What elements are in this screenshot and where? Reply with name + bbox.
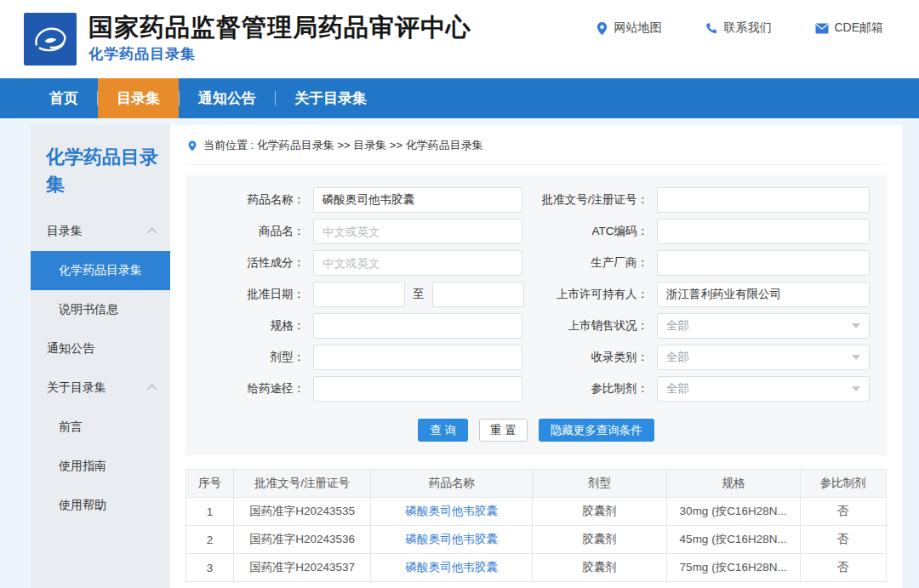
sidebar-item-label: 使用帮助 bbox=[59, 498, 106, 513]
cell-index: 2 bbox=[186, 526, 234, 554]
drug-name-link[interactable]: 磷酸奥司他韦胶囊 bbox=[371, 526, 533, 554]
sidebar-item-help[interactable]: 使用帮助 bbox=[31, 486, 170, 525]
results-table: 序号 批准文号/注册证号 药品名称 剂型 规格 参比制剂 1 国药准字H2024… bbox=[186, 469, 887, 582]
main-content: 当前位置 : 化学药品目录集 >> 目录集 >> 化学药品目录集 药品名称： 商… bbox=[170, 125, 902, 588]
cell-approval-number: 国药准字H20243535 bbox=[233, 498, 370, 526]
sidebar-title: 化学药品目录集 bbox=[31, 144, 170, 212]
sidebar-item-label: 通知公告 bbox=[47, 341, 94, 357]
reference-preparation-select[interactable]: 全部 bbox=[657, 376, 870, 402]
col-header-approval-number: 批准文号/注册证号 bbox=[233, 470, 370, 498]
sidebar-item-label: 使用指南 bbox=[59, 459, 106, 474]
cell-dosage-form: 胶囊剂 bbox=[533, 498, 666, 526]
chevron-down-icon bbox=[852, 355, 860, 360]
breadcrumb: 当前位置 : 化学药品目录集 >> 目录集 >> 化学药品目录集 bbox=[186, 125, 887, 165]
cell-index: 1 bbox=[186, 498, 234, 526]
chevron-down-icon bbox=[852, 323, 860, 328]
mah-label: 上市许可持有人： bbox=[536, 287, 657, 302]
sidebar: 化学药品目录集 目录集 化学药品目录集 说明书信息 通知公告 关于目录集 前言 … bbox=[31, 125, 170, 588]
site-title: 国家药品监督管理局药品审评中心 bbox=[88, 14, 471, 42]
market-status-selected-value: 全部 bbox=[666, 318, 689, 334]
header-utility-links: 网站地图 联系我们 CDE邮箱 bbox=[596, 20, 883, 36]
sidebar-item-notices[interactable]: 通知公告 bbox=[31, 329, 170, 368]
search-form-buttons: 查 询 重 置 隐藏更多查询条件 bbox=[186, 419, 887, 442]
sidebar-item-label: 化学药品目录集 bbox=[59, 263, 142, 278]
specification-input[interactable] bbox=[313, 313, 522, 339]
reference-preparation-label: 参比制剂： bbox=[536, 381, 657, 397]
manufacturer-input[interactable] bbox=[657, 250, 870, 276]
sidebar-item-about-catalog[interactable]: 关于目录集 bbox=[31, 368, 170, 408]
chevron-up-icon bbox=[147, 385, 157, 394]
specification-label: 规格： bbox=[186, 318, 313, 334]
cell-specification: 75mg (按C16H28N... bbox=[666, 554, 800, 582]
reset-button[interactable]: 重 置 bbox=[479, 419, 528, 442]
sidebar-item-catalog[interactable]: 目录集 bbox=[31, 212, 170, 251]
sitemap-link[interactable]: 网站地图 bbox=[596, 20, 661, 36]
table-row: 1 国药准字H20243535 磷酸奥司他韦胶囊 胶囊剂 30mg (按C16H… bbox=[186, 498, 887, 526]
cell-reference-preparation: 否 bbox=[800, 554, 886, 582]
atc-code-input[interactable] bbox=[657, 219, 870, 244]
market-status-label: 上市销售状况： bbox=[536, 318, 657, 334]
main-nav: 首页 目录集 通知公告 关于目录集 bbox=[0, 78, 919, 118]
inclusion-category-select[interactable]: 全部 bbox=[657, 345, 870, 370]
search-form-left-column: 药品名称： 商品名： 活性成分： 批准日期： 至 bbox=[186, 187, 536, 408]
trade-name-label: 商品名： bbox=[186, 224, 313, 239]
cde-logo bbox=[24, 13, 77, 66]
active-ingredient-label: 活性成分： bbox=[186, 255, 313, 271]
cell-dosage-form: 胶囊剂 bbox=[533, 526, 666, 554]
site-header: 国家药品监督管理局药品审评中心 化学药品目录集 网站地图 联系我们 CDE邮箱 bbox=[0, 0, 919, 78]
breadcrumb-text: 当前位置 : 化学药品目录集 >> 目录集 >> 化学药品目录集 bbox=[203, 138, 483, 153]
manufacturer-label: 生产厂商： bbox=[536, 255, 657, 271]
approval-number-label: 批准文号/注册证号： bbox=[536, 192, 657, 208]
mah-input[interactable] bbox=[657, 282, 870, 307]
chevron-down-icon bbox=[852, 386, 860, 391]
sidebar-item-label-info[interactable]: 说明书信息 bbox=[31, 290, 170, 329]
cell-dosage-form: 胶囊剂 bbox=[533, 554, 666, 582]
date-range-separator: 至 bbox=[413, 287, 425, 302]
cell-reference-preparation: 否 bbox=[800, 526, 886, 554]
sidebar-item-foreword[interactable]: 前言 bbox=[31, 408, 170, 447]
drug-name-input[interactable] bbox=[313, 187, 522, 213]
table-row: 2 国药准字H20243536 磷酸奥司他韦胶囊 胶囊剂 45mg (按C16H… bbox=[186, 526, 887, 554]
reference-preparation-selected-value: 全部 bbox=[666, 381, 689, 397]
drug-name-link[interactable]: 磷酸奥司他韦胶囊 bbox=[371, 554, 533, 582]
sidebar-item-user-guide[interactable]: 使用指南 bbox=[31, 447, 170, 486]
inclusion-category-label: 收录类别： bbox=[536, 350, 657, 365]
nav-item-home[interactable]: 首页 bbox=[31, 78, 97, 118]
hide-more-criteria-button[interactable]: 隐藏更多查询条件 bbox=[539, 419, 654, 442]
cde-mail-link[interactable]: CDE邮箱 bbox=[815, 20, 883, 36]
active-ingredient-input[interactable] bbox=[313, 250, 522, 276]
table-row: 3 国药准字H20243537 磷酸奥司他韦胶囊 胶囊剂 75mg (按C16H… bbox=[186, 554, 887, 582]
cell-index: 3 bbox=[186, 554, 234, 582]
approval-date-label: 批准日期： bbox=[186, 287, 313, 302]
search-form-right-column: 批准文号/注册证号： ATC编码： 生产厂商： 上市许可持有人： bbox=[536, 187, 887, 408]
sitemap-link-label: 网站地图 bbox=[614, 20, 661, 36]
mail-icon bbox=[815, 23, 829, 34]
table-header-row: 序号 批准文号/注册证号 药品名称 剂型 规格 参比制剂 bbox=[186, 470, 887, 498]
search-button[interactable]: 查 询 bbox=[418, 419, 468, 442]
market-status-select[interactable]: 全部 bbox=[657, 313, 870, 339]
nav-item-catalog[interactable]: 目录集 bbox=[98, 78, 179, 118]
drug-name-link[interactable]: 磷酸奥司他韦胶囊 bbox=[371, 498, 533, 526]
col-header-specification: 规格 bbox=[666, 470, 800, 498]
sidebar-item-chemical-drug-catalog[interactable]: 化学药品目录集 bbox=[31, 251, 170, 290]
approval-date-end-input[interactable] bbox=[432, 282, 524, 307]
site-subtitle: 化学药品目录集 bbox=[88, 44, 471, 64]
contact-us-link[interactable]: 联系我们 bbox=[705, 20, 771, 36]
dosage-form-input[interactable] bbox=[313, 345, 522, 370]
approval-number-input[interactable] bbox=[657, 187, 870, 213]
nav-item-about-catalog[interactable]: 关于目录集 bbox=[276, 78, 385, 118]
col-header-reference-preparation: 参比制剂 bbox=[800, 470, 886, 498]
admin-route-label: 给药途径： bbox=[186, 381, 313, 397]
page-container: 化学药品目录集 目录集 化学药品目录集 说明书信息 通知公告 关于目录集 前言 … bbox=[31, 125, 902, 588]
swirl-logo-icon bbox=[28, 17, 72, 61]
inclusion-category-selected-value: 全部 bbox=[666, 350, 689, 365]
site-title-block: 国家药品监督管理局药品审评中心 化学药品目录集 bbox=[88, 14, 471, 65]
admin-route-input[interactable] bbox=[313, 376, 522, 402]
approval-date-start-input[interactable] bbox=[313, 282, 405, 307]
sidebar-item-label: 说明书信息 bbox=[59, 302, 118, 317]
trade-name-input[interactable] bbox=[313, 219, 522, 244]
col-header-index: 序号 bbox=[186, 470, 234, 498]
nav-item-notices[interactable]: 通知公告 bbox=[180, 78, 275, 118]
cell-specification: 30mg (按C16H28N... bbox=[666, 498, 800, 526]
cell-reference-preparation: 否 bbox=[800, 498, 886, 526]
